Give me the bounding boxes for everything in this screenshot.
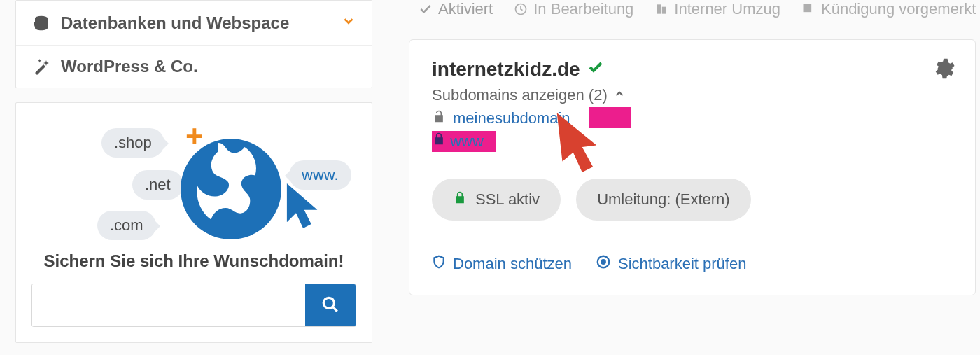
clock-icon: [514, 2, 528, 16]
status-filter-activated[interactable]: Aktiviert: [419, 0, 493, 18]
subdomain-toggle[interactable]: Subdomains anzeigen (2): [432, 86, 953, 104]
promo-headline: Sichern Sie sich Ihre Wunschdomain!: [31, 251, 356, 271]
nav-item-label: WordPress & Co.: [61, 57, 356, 76]
domain-search-input[interactable]: [32, 284, 305, 326]
tld-badge-net: .net: [132, 170, 183, 200]
svg-point-8: [601, 260, 606, 264]
nav-item-databases[interactable]: Datenbanken und Webspace: [16, 1, 372, 45]
domain-card: internetzkidz.de Subdomains anzeigen (2)…: [409, 39, 976, 295]
ssl-badge[interactable]: SSL aktiv: [432, 179, 561, 221]
status-filter-internal-move[interactable]: Interner Umzug: [654, 0, 780, 18]
domain-search-button[interactable]: [305, 284, 356, 326]
status-filter-label: In Bearbeitung: [533, 0, 634, 18]
redaction-block: [589, 107, 631, 128]
redirect-badge-label: Umleitung: (Extern): [597, 190, 730, 209]
globe-icon: [178, 137, 284, 242]
chevron-up-icon: [613, 86, 626, 104]
shield-icon: [432, 254, 446, 274]
svg-point-2: [323, 298, 334, 308]
chevron-down-icon: [341, 12, 356, 34]
badge-row: SSL aktiv Umleitung: (Extern): [432, 179, 953, 221]
redirect-badge[interactable]: Umleitung: (Extern): [576, 179, 751, 221]
status-filter-label: Interner Umzug: [674, 0, 780, 18]
tld-badge-shop: .shop: [102, 128, 164, 158]
status-filter-label: Aktiviert: [438, 0, 493, 18]
status-filter-in-progress[interactable]: In Bearbeitung: [514, 0, 634, 18]
sidebar: Datenbanken und Webspace WordPress & Co.…: [15, 0, 372, 343]
ssl-badge-label: SSL aktiv: [475, 190, 540, 209]
eye-icon: [596, 254, 611, 274]
domain-title-row: internetzkidz.de: [432, 58, 953, 81]
subdomain-link[interactable]: www: [450, 132, 484, 150]
nav-item-wordpress[interactable]: WordPress & Co.: [16, 45, 372, 88]
protect-domain-link[interactable]: Domain schützen: [432, 254, 572, 274]
svg-rect-4: [657, 4, 662, 13]
lock-icon: [453, 190, 467, 209]
subdomain-row: www: [432, 131, 953, 151]
database-icon: [31, 15, 51, 32]
gear-icon: [932, 71, 955, 83]
flag-icon: [802, 2, 816, 16]
visibility-label: Sichtbarkeit prüfen: [618, 255, 746, 273]
subdomain-link[interactable]: meinesubdomain: [453, 109, 570, 127]
nav-card: Datenbanken und Webspace WordPress & Co.: [15, 0, 372, 88]
status-filter-label: Kündigung vorgemerkt: [821, 0, 976, 18]
main-area: Aktiviert In Bearbeitung Interner Umzug …: [392, 0, 980, 295]
check-icon: [419, 2, 433, 16]
unlock-icon: [432, 109, 446, 128]
check-icon: [587, 58, 604, 81]
status-filter-cancel-queued[interactable]: Kündigung vorgemerkt: [802, 0, 976, 18]
cursor-icon: [285, 181, 326, 230]
subdomain-row: meinesubdomain: [432, 109, 953, 128]
domain-settings-button[interactable]: [932, 57, 955, 83]
svg-rect-5: [662, 7, 666, 14]
promo-illustration: + .shop .net .com www.: [54, 118, 334, 244]
subdomain-list: meinesubdomain www: [432, 109, 953, 151]
lock-icon: [432, 132, 450, 150]
protect-domain-label: Domain schützen: [453, 255, 572, 273]
search-icon: [321, 295, 340, 316]
domain-search-row: [31, 284, 356, 327]
domain-name: internetzkidz.de: [432, 58, 580, 81]
building-icon: [654, 2, 668, 16]
visibility-link[interactable]: Sichtbarkeit prüfen: [596, 254, 746, 274]
domain-promo-card: + .shop .net .com www. Sichern Sie sich …: [15, 102, 372, 343]
status-filter-row: Aktiviert In Bearbeitung Interner Umzug …: [392, 0, 980, 24]
tld-badge-com: .com: [97, 211, 156, 240]
svg-rect-6: [803, 4, 811, 13]
subdomain-toggle-label: Subdomains anzeigen (2): [432, 86, 608, 104]
magic-wand-icon: [31, 58, 51, 75]
nav-item-label: Datenbanken und Webspace: [61, 13, 341, 33]
action-link-row: Domain schützen Sichtbarkeit prüfen: [432, 254, 953, 274]
